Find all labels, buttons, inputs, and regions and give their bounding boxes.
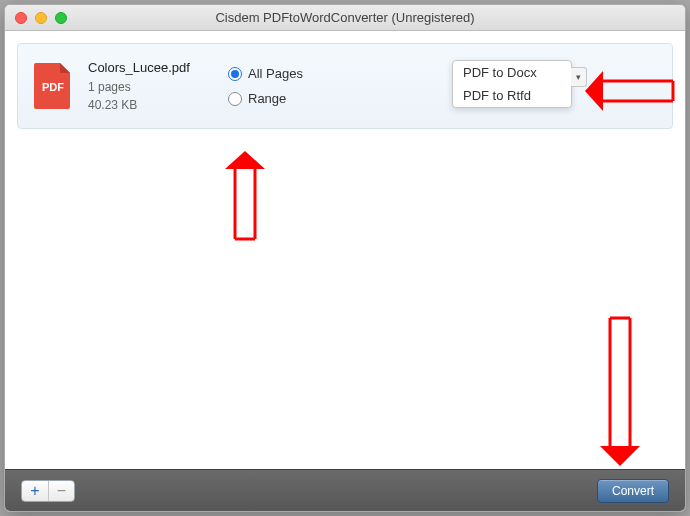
file-row[interactable]: PDF Colors_Lucee.pdf 1 pages 40.23 KB Al… [17,43,673,129]
dropdown-option-rtfd[interactable]: PDF to Rtfd [453,84,571,107]
app-window: Cisdem PDFtoWordConverter (Unregistered)… [4,4,686,512]
all-pages-radio[interactable]: All Pages [228,66,303,81]
window-title: Cisdem PDFtoWordConverter (Unregistered) [5,10,685,25]
range-radio[interactable]: Range [228,91,303,106]
titlebar: Cisdem PDFtoWordConverter (Unregistered) [5,5,685,31]
dropdown-arrow-icon[interactable]: ▾ [571,67,587,87]
page-range-group: All Pages Range [228,66,303,106]
add-remove-group: + − [21,480,75,502]
close-window-button[interactable] [15,12,27,24]
all-pages-label: All Pages [248,66,303,81]
range-label: Range [248,91,286,106]
annotation-arrow-up [225,151,265,241]
output-format-dropdown[interactable]: PDF to Docx PDF to Rtfd ▾ [452,60,572,108]
file-size: 40.23 KB [88,96,208,114]
svg-marker-8 [225,151,265,169]
file-meta: Colors_Lucee.pdf 1 pages 40.23 KB [88,58,208,114]
content-area: PDF Colors_Lucee.pdf 1 pages 40.23 KB Al… [5,31,685,469]
radio-icon [228,67,242,81]
zoom-window-button[interactable] [55,12,67,24]
pdf-file-icon: PDF [32,61,74,111]
minimize-window-button[interactable] [35,12,47,24]
file-pages: 1 pages [88,78,208,96]
window-controls [15,12,67,24]
bottom-toolbar: + − Convert [5,469,685,511]
svg-text:PDF: PDF [42,81,64,93]
convert-button[interactable]: Convert [597,479,669,503]
svg-marker-12 [600,446,640,466]
radio-icon [228,92,242,106]
add-file-button[interactable]: + [22,481,48,501]
remove-file-button[interactable]: − [48,481,74,501]
file-name: Colors_Lucee.pdf [88,58,208,78]
dropdown-option-docx[interactable]: PDF to Docx [453,61,571,84]
annotation-arrow-down [600,316,640,466]
